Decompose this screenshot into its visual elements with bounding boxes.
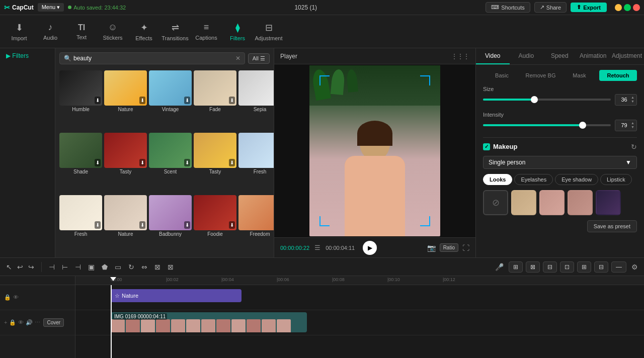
swatch-2[interactable] [539,190,565,215]
export-button[interactable]: ⬆ Export [571,3,607,12]
swatch-4[interactable] [596,190,621,215]
undo-button[interactable]: ↩ [15,262,25,272]
flip-button[interactable]: ⇔ [139,262,149,272]
shortcuts-button[interactable]: ⌨ Shortcuts [486,2,530,13]
subtab-mask[interactable]: Mask [560,70,598,81]
makeup-tab-lipstick[interactable]: Lipstick [600,174,632,185]
tl-tool-1[interactable]: ⊞ [509,261,523,273]
filter-item-sepia[interactable]: ⬇ Sepia [238,70,274,131]
rotate-button[interactable]: ↻ [126,262,136,272]
ratio-button[interactable]: Ratio [440,243,458,252]
intensity-up-arrow[interactable]: ▲ [631,121,634,125]
redo-button[interactable]: ↪ [26,262,36,272]
mirror-button[interactable]: ⊠ [152,262,163,272]
maximize-button[interactable] [624,4,631,11]
subtab-removebg[interactable]: Remove BG [522,70,559,81]
swatch-none[interactable]: ⊘ [483,190,508,215]
size-down-arrow[interactable]: ▼ [631,100,634,104]
crop-button[interactable]: ▣ [86,262,97,272]
size-value-arrows[interactable]: ▲ ▼ [631,96,634,104]
swatch-1[interactable] [511,190,536,215]
filter-item-shade[interactable]: ⬇ Shade [59,133,102,193]
size-up-arrow[interactable]: ▲ [631,96,634,100]
menu-button[interactable]: Menu ▾ [38,3,64,12]
split-button[interactable]: ⊣ [47,262,57,272]
camera-icon[interactable]: 📷 [427,244,436,252]
tab-video[interactable]: Video [476,48,510,64]
person-select[interactable]: Single person ▼ [483,156,637,169]
filter-item-fresh2[interactable]: ⬇ Fresh [59,195,102,255]
tab-adjustment[interactable]: Adjustment [610,48,644,64]
subtab-retouch[interactable]: Retouch [599,70,637,81]
makeup-checkbox[interactable]: ✓ [483,143,490,150]
download-icon[interactable]: ⬇ [229,221,235,229]
download-icon[interactable]: ⬇ [95,221,101,229]
makeup-tab-eyeshadow[interactable]: Eye shadow [555,174,598,185]
mic-button[interactable]: 🎤 [493,261,506,273]
download-icon[interactable]: ⬇ [184,159,190,166]
refresh-icon[interactable]: ↻ [631,143,637,151]
filter-item-nature1[interactable]: ⬇ Nature [104,70,147,131]
download-icon[interactable]: ⬇ [229,97,235,104]
tab-audio[interactable]: Audio [510,48,543,64]
lock-icon[interactable]: 🔒 [4,294,11,301]
close-button[interactable] [633,4,640,11]
makeup-tab-eyelashes[interactable]: Eyelashes [514,174,553,185]
trim-right-button[interactable]: ⊣ [73,262,83,272]
select-tool-button[interactable]: ↖ [4,262,14,272]
tool-adjustment[interactable]: ⊟ Adjustment [254,17,284,46]
play-button[interactable]: ▶ [363,241,377,255]
tab-speed[interactable]: Speed [543,48,577,64]
tool-transitions[interactable]: ⇌ Transitions [160,17,190,46]
filter-item-nature2[interactable]: ⬇ Nature [104,195,147,255]
filter-item-freedom[interactable]: ⬇ Freedom [238,195,274,255]
tool-captions[interactable]: ≡ Captions [191,17,221,46]
filter-item-scent[interactable]: ⬇ Scent [149,133,192,193]
trim-left-button[interactable]: ⊢ [60,262,70,272]
minimize-button[interactable] [615,4,622,11]
intensity-slider-thumb[interactable] [579,122,586,129]
intensity-slider-track[interactable] [483,124,611,126]
intensity-value-arrows[interactable]: ▲ ▼ [631,121,634,130]
delete-button[interactable]: ⊠ [166,262,176,272]
tab-animation[interactable]: Animation [577,48,610,64]
tool-audio[interactable]: ♪ Audio [35,17,65,46]
more-icon[interactable]: ⋯ [35,319,40,326]
download-icon[interactable]: ⬇ [139,97,145,104]
all-filter-button[interactable]: All ☰ [248,53,270,64]
tool-filters[interactable]: ⧫ Filters [222,17,253,46]
audio-icon-2[interactable]: 🔊 [26,319,33,326]
cover-button[interactable]: Cover [43,318,64,327]
intensity-down-arrow[interactable]: ▼ [631,125,634,129]
filter-item-fresh1[interactable]: ⬇ Fresh [238,133,274,193]
filter-item-vintage[interactable]: ⬇ Vintage [149,70,192,131]
video-clip[interactable]: IMG 0169 00000:04:11 [111,312,307,332]
shape-button[interactable]: ⬟ [100,262,110,272]
download-icon[interactable]: ⬇ [95,97,101,104]
download-icon[interactable]: ⬇ [139,159,145,166]
filter-item-humble[interactable]: ⬇ Humble [59,70,102,131]
tool-effects[interactable]: ✦ Effects [129,17,159,46]
eye-icon-2[interactable]: 👁 [18,319,24,326]
subtab-basic[interactable]: Basic [483,70,521,81]
filter-item-tasty1[interactable]: ⬇ Tasty [104,133,147,193]
makeup-tab-looks[interactable]: Looks [483,174,512,185]
filter-clip[interactable]: ☆ Nature [111,289,242,302]
size-slider-track[interactable] [483,99,611,101]
tl-tool-7[interactable]: — [611,261,626,273]
tl-tool-2[interactable]: ⊠ [526,261,540,273]
download-icon[interactable]: ⬇ [229,159,235,166]
clear-search-icon[interactable]: ✕ [235,55,240,62]
eye-icon[interactable]: 👁 [13,294,19,301]
swatch-3[interactable] [568,190,593,215]
tl-tool-6[interactable]: ⊟ [594,261,608,273]
tool-import[interactable]: ⬇ Import [4,17,34,46]
tl-tool-4[interactable]: ⊡ [560,261,574,273]
tool-text[interactable]: TI Text [66,17,97,46]
size-slider-thumb[interactable] [531,96,538,103]
search-input[interactable] [73,55,233,62]
download-icon[interactable]: ⬇ [139,221,145,229]
add-track-icon[interactable]: + [4,319,7,326]
frame-button[interactable]: ▭ [113,262,123,272]
filter-item-foodie[interactable]: ⬇ Foodie [194,195,236,255]
